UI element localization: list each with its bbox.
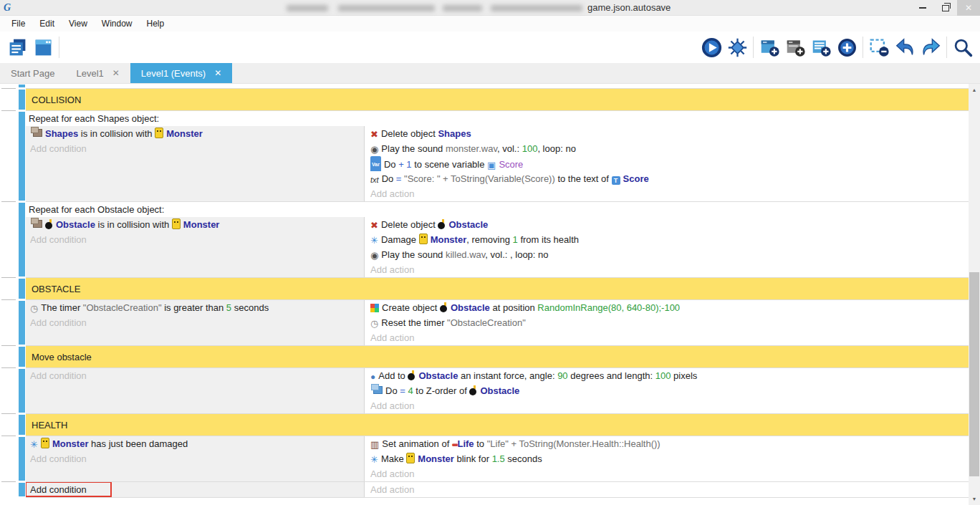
event-group-header[interactable]: Move obstacle (26, 346, 969, 368)
event-group-header[interactable]: HEALTH (26, 414, 969, 436)
scroll-down-icon[interactable]: ▼ (969, 493, 980, 505)
event-text: Add condition (30, 484, 87, 495)
menu-help[interactable]: Help (140, 16, 172, 32)
redo-icon[interactable] (918, 34, 943, 60)
event-row[interactable]: Repeat for each Shapes object:Shapes is … (26, 111, 969, 202)
add-comment-icon[interactable] (808, 34, 834, 60)
action-line[interactable]: Create object Obstacle at position Rando… (365, 300, 969, 315)
action-line[interactable]: ✳Damage Monster, removing 1 from its hea… (365, 232, 969, 247)
restore-icon[interactable] (934, 0, 957, 16)
action-line[interactable]: ●Add to Obstacle an instant force, angle… (365, 368, 969, 383)
condition-line[interactable]: Obstacle is in collision with Monster (26, 217, 364, 232)
event-row[interactable]: Add condition●Add to Obstacle an instant… (26, 368, 969, 414)
event-text: "Score: " + ToString(Variable(Score)) (404, 173, 555, 184)
menu-file[interactable]: File (4, 16, 32, 32)
monster-icon (41, 438, 49, 448)
event-row[interactable]: ◷The timer "ObstacleCreation" is greater… (26, 300, 969, 346)
event-text: "Life" + ToString(Monster.Health::Health… (487, 438, 660, 449)
search-icon[interactable] (950, 34, 976, 60)
add-action-button[interactable]: Add action (365, 466, 969, 481)
event-row[interactable]: Add conditionAdd action (26, 482, 969, 498)
event-text: "ObstacleCreation" (83, 302, 162, 313)
close-tab-icon[interactable]: ✕ (112, 68, 120, 78)
tab-level1-events[interactable]: Level1 (Events)✕ (130, 63, 232, 83)
add-action-button[interactable]: Add action (365, 330, 969, 345)
add-condition-button[interactable]: Add condition (26, 482, 364, 497)
add-action-button[interactable]: Add action (365, 262, 969, 277)
remove-event-icon[interactable] (866, 34, 892, 60)
action-line[interactable]: txtDo = "Score: " + ToString(Variable(Sc… (365, 171, 969, 186)
play-icon[interactable] (698, 34, 724, 60)
tab-level1[interactable]: Level1✕ (65, 63, 130, 83)
add-subevent-icon[interactable] (782, 34, 808, 60)
event-group-header[interactable]: OBSTACLE (26, 278, 969, 300)
event-text: 90 (557, 370, 567, 381)
event-text: Obstacle (418, 370, 458, 381)
action-line[interactable]: ▥Set animation of •••Life to "Life" + To… (365, 436, 969, 451)
add-action-button[interactable]: Add action (365, 186, 969, 201)
obstacle-icon (408, 370, 415, 380)
event-text: Create object (382, 302, 440, 313)
add-condition-button[interactable]: Add condition (26, 232, 364, 247)
event-foreach-header[interactable]: Repeat for each Shapes object: (26, 111, 969, 126)
tab-bar: Start Page Level1✕ Level1 (Events)✕ (0, 63, 980, 84)
menu-window[interactable]: Window (95, 16, 140, 32)
action-line[interactable]: ✳Make Monster blink for 1.5 seconds (365, 451, 969, 466)
add-circle-icon[interactable] (834, 34, 860, 60)
action-line[interactable]: ✖Delete object Obstacle (365, 217, 969, 232)
start-page-icon[interactable] (30, 34, 56, 60)
debug-icon[interactable] (724, 34, 750, 60)
event-text: degrees and length: (568, 370, 655, 381)
add-condition-button[interactable]: Add condition (26, 315, 364, 330)
event-text: = (396, 173, 404, 184)
event-text: Obstacle (56, 219, 95, 230)
actions-panel: Add action (365, 482, 969, 497)
event-text: Add condition (30, 453, 87, 464)
event-text: Add action (370, 400, 414, 411)
tab-start-page[interactable]: Start Page (0, 63, 65, 83)
project-manager-icon[interactable] (4, 34, 30, 60)
event-text: Monster (418, 453, 454, 464)
variable-icon: Var (370, 156, 381, 171)
add-event-icon[interactable] (756, 34, 782, 60)
text-tool-icon: txt (370, 173, 379, 186)
event-foreach-header[interactable]: Repeat for each Obstacle object: (26, 202, 969, 217)
add-condition-button[interactable]: Add condition (26, 141, 364, 156)
add-condition-button[interactable]: Add condition (26, 451, 364, 466)
add-action-button[interactable]: Add action (365, 482, 969, 497)
action-line[interactable]: ◉Play the sound killed.wav, vol.: , loop… (365, 247, 969, 262)
scroll-up-icon[interactable]: ▲ (969, 84, 980, 96)
actions-panel: ✖Delete object Obstacle✳Damage Monster, … (365, 217, 969, 277)
menu-view[interactable]: View (62, 16, 95, 32)
condition-line[interactable]: ✳Monster has just been damaged (26, 436, 364, 451)
close-tab-icon[interactable]: ✕ (214, 68, 221, 78)
event-text: , removing (466, 234, 512, 245)
event-group-header[interactable]: COLLISION (26, 89, 969, 111)
action-line[interactable]: Do = 4 to Z-order of Obstacle (365, 383, 969, 398)
menu-edit[interactable]: Edit (32, 16, 62, 32)
condition-line[interactable]: ◷The timer "ObstacleCreation" is greater… (26, 300, 364, 315)
action-line[interactable]: ◉Play the sound monster.wav, vol.: 100, … (365, 141, 969, 156)
close-icon[interactable]: ✕ (957, 0, 980, 16)
add-action-button[interactable]: Add action (365, 398, 969, 413)
scrollbar-thumb[interactable] (969, 272, 979, 476)
event-text: = (400, 385, 408, 396)
action-line[interactable]: ◷Reset the timer "ObstacleCreation" (365, 315, 969, 330)
event-text: + 1 (398, 159, 411, 170)
group-label: HEALTH (32, 420, 67, 431)
event-text: Add action (370, 468, 414, 479)
event-text: 1.5 (492, 453, 505, 464)
minimize-icon[interactable] (911, 0, 934, 16)
action-line[interactable]: VarDo + 1 to scene variable ▣Score (365, 156, 969, 171)
event-row[interactable]: ✳Monster has just been damagedAdd condit… (26, 436, 969, 482)
condition-line[interactable]: Shapes is in collision with Monster (26, 126, 364, 141)
add-condition-button[interactable]: Add condition (26, 368, 364, 383)
group-label: COLLISION (32, 95, 81, 105)
undo-icon[interactable] (892, 34, 918, 60)
event-text: Add condition (30, 143, 87, 154)
vertical-scrollbar[interactable]: ▲ ▼ (969, 84, 980, 505)
event-row[interactable]: Repeat for each Obstacle object:Obstacle… (26, 202, 969, 278)
action-line[interactable]: ✖Delete object Shapes (365, 126, 969, 141)
text-object-icon: T (612, 176, 620, 185)
menu-bar: File Edit View Window Help (0, 16, 980, 32)
